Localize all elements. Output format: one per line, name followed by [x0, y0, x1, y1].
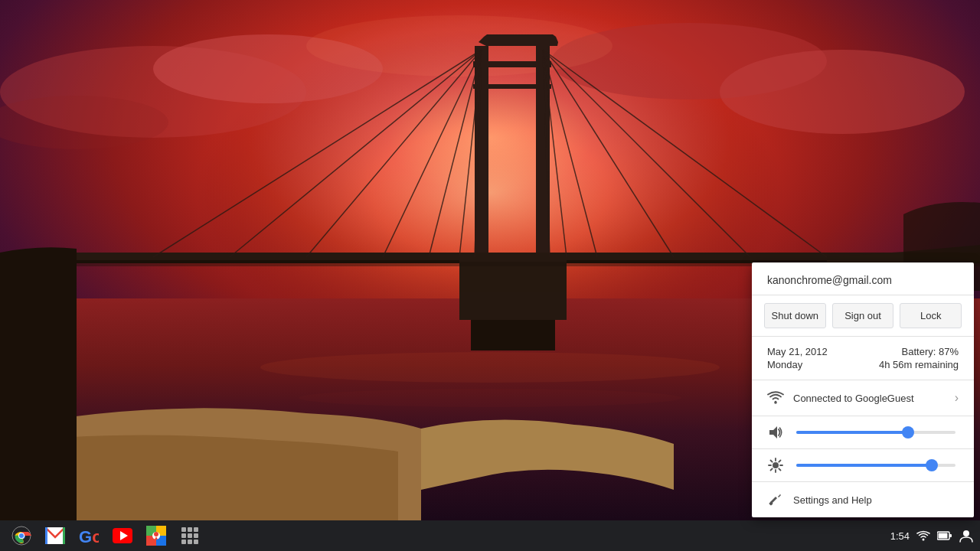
svg-point-36 — [774, 401, 777, 404]
svg-point-64 — [154, 532, 158, 536]
taskbar-app-youtube[interactable] — [107, 522, 138, 549]
svg-rect-71 — [181, 540, 186, 544]
svg-point-10 — [299, 389, 681, 407]
taskbar-app-launcher[interactable] — [175, 522, 205, 549]
svg-rect-67 — [194, 527, 198, 532]
volume-thumb[interactable] — [902, 426, 914, 439]
desktop: kanonchrome@gmail.com Shut down Sign out… — [0, 0, 980, 551]
svg-rect-70 — [194, 533, 198, 538]
svg-rect-68 — [181, 533, 186, 538]
taskbar-wifi-icon[interactable] — [916, 528, 931, 543]
volume-icon — [767, 424, 784, 441]
svg-point-38 — [773, 462, 779, 468]
svg-rect-69 — [188, 533, 192, 538]
brightness-row — [752, 449, 974, 482]
volume-slider[interactable] — [796, 431, 956, 434]
svg-point-9 — [260, 352, 720, 383]
network-row[interactable]: Connected to GoogleGuest › — [752, 380, 974, 416]
lock-button[interactable]: Lock — [900, 303, 962, 328]
wifi-icon — [767, 390, 784, 406]
svg-point-51 — [19, 533, 24, 538]
taskbar-app-chrome[interactable] — [6, 522, 37, 549]
taskbar-app-maps[interactable] — [141, 522, 172, 549]
user-email: kanonchrome@gmail.com — [767, 274, 892, 286]
taskbar-apps: Google — [0, 522, 205, 549]
svg-rect-77 — [939, 533, 948, 539]
taskbar-battery-icon[interactable] — [937, 528, 952, 543]
battery-remaining: 4h 56m remaining — [879, 359, 959, 370]
svg-rect-35 — [459, 262, 567, 292]
svg-point-78 — [963, 530, 969, 536]
svg-text:Google: Google — [79, 527, 99, 546]
network-label: Connected to GoogleGuest — [793, 393, 955, 404]
popup-actions-row: Shut down Sign out Lock — [752, 295, 974, 337]
clock-display: 1:54 — [890, 530, 910, 542]
svg-rect-72 — [188, 540, 192, 544]
svg-rect-32 — [471, 320, 555, 350]
date-left: May 21, 2012 Monday — [767, 346, 828, 370]
volume-row — [752, 416, 974, 449]
popup-user-section: kanonchrome@gmail.com — [752, 262, 974, 295]
svg-point-5 — [720, 50, 965, 134]
signout-button[interactable]: Sign out — [832, 303, 894, 328]
system-popup: kanonchrome@gmail.com Shut down Sign out… — [752, 262, 974, 517]
svg-rect-13 — [473, 61, 551, 67]
taskbar-app-gmail[interactable] — [40, 522, 70, 549]
svg-rect-14 — [473, 84, 551, 89]
network-arrow-icon: › — [955, 391, 959, 405]
battery-label: Battery: 87% — [902, 346, 959, 357]
svg-rect-65 — [181, 527, 186, 532]
svg-marker-37 — [769, 426, 777, 439]
brightness-slider[interactable] — [796, 464, 956, 467]
svg-marker-15 — [479, 34, 558, 46]
svg-line-45 — [779, 461, 780, 462]
svg-rect-73 — [194, 540, 198, 544]
wrench-icon — [767, 491, 784, 508]
date-right: Battery: 87% 4h 56m remaining — [879, 346, 959, 370]
svg-point-74 — [923, 539, 925, 541]
shutdown-button[interactable]: Shut down — [764, 303, 826, 328]
brightness-thumb[interactable] — [926, 459, 938, 471]
taskbar-account-icon[interactable] — [959, 528, 974, 543]
popup-datetime-section: May 21, 2012 Monday Battery: 87% 4h 56m … — [752, 337, 974, 380]
svg-line-46 — [771, 468, 773, 470]
svg-rect-12 — [536, 46, 550, 260]
svg-line-43 — [771, 461, 773, 462]
taskbar-right: 1:54 — [890, 528, 980, 543]
taskbar: Google — [0, 520, 980, 551]
svg-rect-11 — [475, 46, 488, 260]
taskbar-app-google[interactable]: Google — [74, 522, 104, 549]
settings-label: Settings and Help — [793, 494, 959, 506]
brightness-icon — [767, 457, 784, 474]
svg-rect-66 — [188, 527, 192, 532]
svg-rect-76 — [949, 534, 952, 537]
svg-rect-53 — [45, 527, 47, 544]
settings-row[interactable]: Settings and Help — [752, 482, 974, 517]
svg-line-44 — [779, 468, 780, 470]
date-text: May 21, 2012 — [767, 346, 828, 357]
day-text: Monday — [767, 359, 828, 370]
svg-rect-54 — [63, 527, 65, 544]
